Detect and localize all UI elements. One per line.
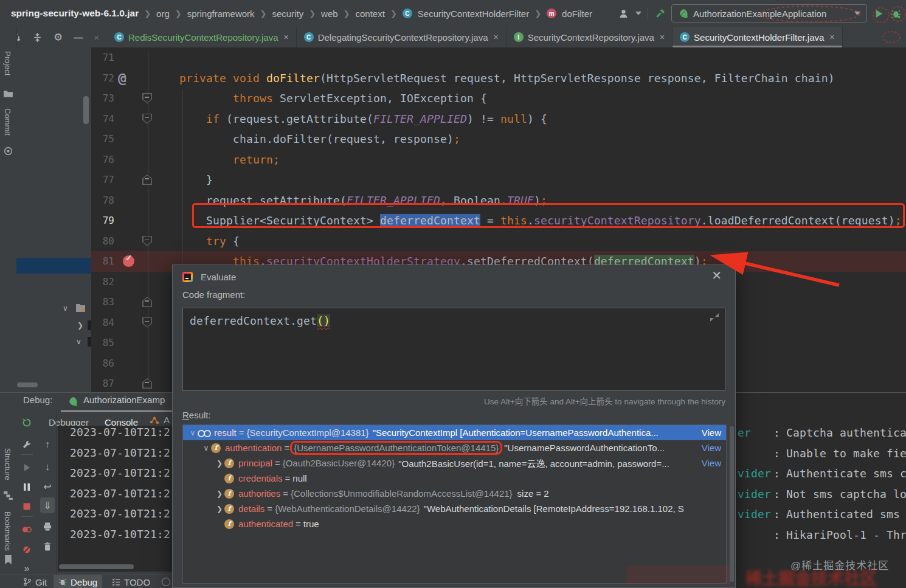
line-number[interactable]: 73	[91, 88, 114, 109]
view-link[interactable]: View	[702, 458, 726, 468]
close-icon[interactable]: ×	[660, 32, 665, 42]
folder-icon[interactable]	[3, 89, 13, 99]
close-icon[interactable]: ×	[494, 32, 499, 42]
resume-icon[interactable]	[16, 460, 37, 476]
editor-tab[interactable]: CRedisSecurityContextRepository.java×	[107, 27, 297, 47]
line-number[interactable]: 87	[91, 373, 114, 392]
clear-icon[interactable]	[37, 539, 58, 555]
settings-wrench-icon[interactable]	[16, 437, 37, 452]
variable-row[interactable]: fauthenticated=true	[183, 516, 726, 531]
sidebar-item-commit[interactable]: Commit	[3, 108, 12, 136]
fold-marker-icon[interactable]	[142, 114, 152, 124]
fold-marker-icon[interactable]	[142, 175, 152, 185]
build-hammer-icon[interactable]	[654, 8, 665, 19]
bottom-item-todo[interactable]: TODO	[107, 575, 155, 588]
chevron-right-icon[interactable]: ❯	[215, 505, 224, 513]
down-icon[interactable]: ↓	[37, 459, 58, 475]
commit-icon[interactable]	[3, 146, 13, 156]
package-folder-icon[interactable]	[75, 303, 86, 312]
mute-breakpoints-icon[interactable]	[16, 542, 37, 558]
chevron-right-icon[interactable]: ❯	[215, 489, 224, 498]
view-breakpoints-icon[interactable]	[16, 522, 37, 538]
sidebar-item-project[interactable]: Project	[3, 51, 12, 75]
project-selected-row[interactable]	[16, 258, 91, 274]
more-icon[interactable]: »	[16, 561, 37, 575]
scroll-to-end-icon[interactable]: ⇓	[40, 497, 55, 513]
line-number[interactable]: 76	[91, 150, 114, 170]
line-number[interactable]: 84	[91, 313, 114, 333]
debug-session-tab[interactable]: AuthorizationExamp	[83, 395, 165, 405]
variable-row[interactable]: ❯fprincipal={Oauth2BasicUser@14420}"Oaut…	[183, 455, 726, 471]
close-icon[interactable]: ×	[284, 32, 289, 42]
project-hscrollbar[interactable]	[17, 382, 38, 387]
line-number[interactable]: 71	[91, 47, 114, 68]
stop-icon[interactable]	[16, 499, 37, 514]
pause-icon[interactable]	[16, 479, 37, 495]
result-tree-scrollbar[interactable]	[730, 426, 734, 582]
line-number[interactable]: 79	[91, 210, 114, 231]
collapse-icon[interactable]	[710, 313, 719, 322]
close-icon[interactable]: ×	[829, 32, 834, 42]
fold-marker-icon[interactable]	[142, 93, 152, 103]
breakpoint-icon[interactable]	[123, 255, 134, 267]
fold-marker-icon[interactable]	[142, 378, 152, 389]
line-number[interactable]: 81	[91, 251, 114, 272]
chevron-right-icon[interactable]: ❯	[77, 321, 83, 330]
fold-marker-icon[interactable]	[142, 236, 152, 246]
editor-tab[interactable]: CSecurityContextHolderFilter.java×	[673, 27, 842, 47]
chevron-down-icon[interactable]: ∨	[201, 444, 211, 452]
debug-button[interactable]	[890, 8, 901, 19]
gear-icon[interactable]: ⚙	[54, 31, 63, 44]
console-hscrollbar[interactable]	[59, 564, 134, 569]
bookmark-icon[interactable]	[3, 555, 13, 565]
console-output[interactable]: 2023-07-10T21:22023-07-10T21:22023-07-10…	[58, 426, 172, 572]
breadcrumb-item[interactable]: web	[321, 9, 338, 19]
bottom-item-debug[interactable]: Debug	[54, 575, 102, 588]
breadcrumb-item[interactable]: doFilter	[562, 9, 592, 19]
run-button[interactable]	[873, 8, 884, 19]
run-configuration-select[interactable]: AuthorizationExampleApplication	[671, 4, 867, 22]
breadcrumb-item[interactable]: org	[156, 9, 170, 19]
line-number[interactable]: 83	[91, 292, 114, 313]
variable-row[interactable]: ∨fauthentication={UsernamePasswordAuthen…	[183, 440, 726, 455]
expression-input[interactable]: deferredContext.get()	[182, 308, 725, 391]
line-number[interactable]: 86	[91, 353, 114, 374]
line-number[interactable]: 77	[91, 170, 114, 190]
user-account-icon[interactable]	[618, 8, 629, 19]
line-number[interactable]: 74	[91, 109, 114, 130]
line-number[interactable]: 78	[91, 190, 114, 211]
close-icon[interactable]: ✕	[711, 268, 722, 283]
view-link[interactable]: View	[702, 443, 726, 453]
fold-marker-icon[interactable]	[142, 297, 152, 307]
bottom-item-git[interactable]: Git	[18, 575, 52, 588]
tab-partial-label[interactable]: A	[164, 415, 170, 425]
print-icon[interactable]	[37, 519, 58, 534]
breadcrumb-item[interactable]: SecurityContextHolderFilter	[418, 9, 529, 19]
breadcrumb-item[interactable]: security	[272, 9, 303, 19]
view-link[interactable]: View	[702, 427, 726, 438]
soft-wrap-icon[interactable]: ↩	[37, 479, 58, 494]
breadcrumb-item[interactable]: springframework	[187, 9, 255, 19]
sidebar-item-structure[interactable]: Structure	[3, 448, 12, 480]
chevron-down-icon[interactable]: ∨	[63, 304, 68, 313]
structure-icon[interactable]	[3, 490, 13, 500]
line-number[interactable]: 82	[91, 272, 114, 292]
line-number[interactable]: 72	[91, 68, 114, 89]
hide-panel-icon[interactable]: —	[74, 32, 83, 43]
collapse-all-icon[interactable]	[32, 32, 43, 43]
line-number[interactable]: 80	[91, 231, 114, 252]
result-tree[interactable]: ∨result={SecurityContextImpl@14381}"Secu…	[182, 424, 727, 584]
variable-row[interactable]: ❯fauthorities={Collections$UnmodifiableR…	[183, 486, 726, 501]
fold-marker-icon[interactable]	[142, 317, 152, 328]
user-dropdown-caret[interactable]	[635, 12, 641, 15]
up-icon[interactable]: ↑	[37, 437, 58, 452]
rerun-icon[interactable]	[16, 415, 37, 431]
clock-icon[interactable]	[162, 578, 170, 586]
chevron-right-icon[interactable]: ❯	[215, 459, 224, 468]
line-number[interactable]: 85	[91, 333, 114, 353]
variable-row[interactable]: ❯fdetails={WebAuthenticationDetails@1442…	[183, 501, 726, 516]
variable-row[interactable]: ∨result={SecurityContextImpl@14381}"Secu…	[183, 425, 726, 440]
chevron-down-icon[interactable]: ∨	[76, 337, 81, 346]
breadcrumb-item[interactable]: spring-security-web-6.1.0.jar	[11, 8, 139, 19]
variable-row[interactable]: fcredentials=null	[183, 471, 726, 486]
